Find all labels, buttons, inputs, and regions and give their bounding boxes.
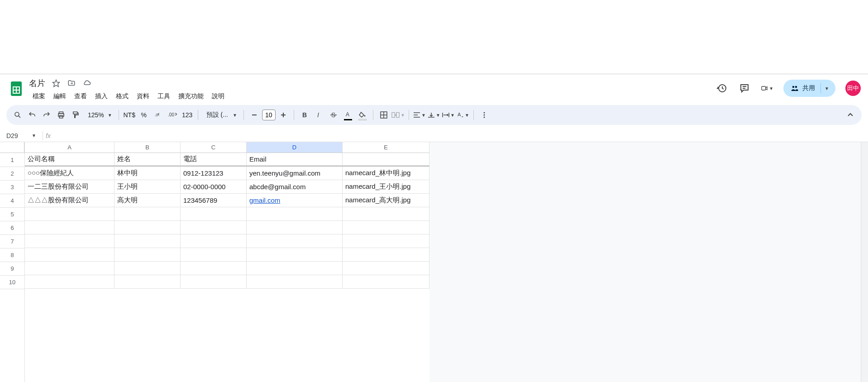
chevron-down-icon[interactable]: ▼ — [825, 86, 829, 91]
menu-file[interactable]: 檔案 — [29, 91, 49, 102]
fill-color-icon[interactable] — [356, 108, 369, 122]
cell[interactable]: namecard_高大明.jpg — [343, 194, 429, 207]
cell[interactable] — [114, 207, 181, 221]
row-header[interactable]: 4 — [0, 194, 24, 208]
cell[interactable]: 123456789 — [181, 194, 247, 207]
borders-icon[interactable] — [377, 108, 391, 122]
cell[interactable] — [25, 207, 114, 221]
cell[interactable] — [114, 234, 181, 248]
formula-input[interactable] — [54, 131, 868, 140]
history-icon[interactable] — [715, 82, 728, 95]
menu-extensions[interactable]: 擴充功能 — [175, 91, 207, 102]
cell[interactable]: 王小明 — [114, 180, 181, 194]
menu-data[interactable]: 資料 — [133, 91, 153, 102]
column-header[interactable]: E — [343, 142, 429, 153]
increase-font-icon[interactable] — [277, 108, 290, 122]
zoom-selector[interactable]: 125% ▼ — [83, 111, 115, 119]
cell[interactable] — [343, 262, 429, 275]
cell[interactable] — [181, 248, 247, 262]
row-header[interactable]: 5 — [0, 208, 24, 221]
cloud-status-icon[interactable] — [82, 79, 91, 88]
cell[interactable] — [343, 207, 429, 221]
cell[interactable] — [181, 262, 247, 275]
menu-format[interactable]: 格式 — [112, 91, 132, 102]
cell[interactable]: yen.teenyu@gmail.com — [247, 167, 343, 180]
italic-icon[interactable]: I — [312, 108, 326, 122]
move-to-folder-icon[interactable] — [67, 79, 76, 88]
cell[interactable] — [247, 207, 343, 221]
select-all-corner[interactable] — [0, 142, 24, 153]
name-box[interactable]: D29 ▼ — [0, 132, 40, 139]
cell[interactable]: 姓名 — [114, 153, 181, 166]
more-formats-button[interactable]: 123 — [181, 108, 194, 122]
vertical-align-icon[interactable]: ▼ — [427, 108, 441, 122]
cell[interactable] — [247, 262, 343, 275]
column-header[interactable]: D — [247, 142, 343, 153]
undo-icon[interactable] — [25, 108, 39, 122]
meet-button[interactable]: ▼ — [761, 82, 773, 95]
font-size-input[interactable] — [262, 110, 276, 120]
menu-tools[interactable]: 工具 — [154, 91, 174, 102]
cell[interactable] — [114, 221, 181, 234]
cell[interactable] — [181, 207, 247, 221]
row-header[interactable]: 9 — [0, 262, 24, 276]
font-family-selector[interactable]: 預設 (... ▼ — [202, 111, 240, 119]
collapse-toolbar-icon[interactable] — [844, 108, 857, 122]
cell[interactable] — [25, 248, 114, 262]
menu-insert[interactable]: 插入 — [91, 91, 111, 102]
cell[interactable] — [247, 248, 343, 262]
vertical-scrollbar[interactable] — [861, 142, 868, 382]
cell[interactable] — [247, 221, 343, 234]
currency-button[interactable]: NT$ — [123, 108, 136, 122]
share-button[interactable]: 共用 ▼ — [783, 80, 835, 97]
cell[interactable] — [25, 262, 114, 275]
cell[interactable]: ○○○保險經紀人 — [25, 167, 114, 180]
column-header[interactable]: C — [181, 142, 247, 153]
cell[interactable]: 林中明 — [114, 167, 181, 180]
cell[interactable] — [25, 275, 114, 289]
cell[interactable] — [181, 221, 247, 234]
cell[interactable] — [181, 234, 247, 248]
cell[interactable] — [25, 221, 114, 234]
row-header[interactable]: 3 — [0, 181, 24, 194]
avatar[interactable]: 田中 — [845, 81, 861, 96]
cell[interactable] — [114, 248, 181, 262]
text-color-icon[interactable]: A — [341, 108, 355, 122]
sheets-logo-icon[interactable] — [7, 80, 25, 98]
bold-icon[interactable]: B — [298, 108, 311, 122]
print-icon[interactable] — [54, 108, 68, 122]
row-header[interactable]: 10 — [0, 276, 24, 289]
cell[interactable] — [343, 248, 429, 262]
comments-icon[interactable] — [738, 82, 751, 95]
menu-help[interactable]: 說明 — [208, 91, 228, 102]
decrease-font-icon[interactable] — [248, 108, 261, 122]
strikethrough-icon[interactable]: S — [327, 108, 340, 122]
cell[interactable]: 02-0000-0000 — [181, 180, 247, 194]
cell[interactable]: 一二三股份有限公司 — [25, 180, 114, 194]
cell[interactable]: △△△股份有限公司 — [25, 194, 114, 207]
cell[interactable] — [343, 153, 429, 166]
cell[interactable]: namecard_林中明.jpg — [343, 167, 429, 180]
text-wrap-icon[interactable]: ▼ — [442, 108, 455, 122]
doc-title[interactable]: 名片 — [29, 78, 45, 89]
row-header[interactable]: 6 — [0, 221, 24, 235]
column-header[interactable]: A — [25, 142, 114, 153]
cell[interactable]: namecard_王小明.jpg — [343, 180, 429, 194]
paint-format-icon[interactable] — [69, 108, 82, 122]
cell-link[interactable]: gmail.com — [249, 196, 280, 204]
redo-icon[interactable] — [40, 108, 53, 122]
horizontal-align-icon[interactable]: ▼ — [413, 108, 426, 122]
more-toolbar-icon[interactable] — [477, 108, 491, 122]
cell[interactable]: gmail.com — [247, 194, 343, 207]
column-header[interactable]: B — [114, 142, 181, 153]
cell[interactable] — [343, 234, 429, 248]
cell[interactable] — [247, 275, 343, 289]
cell[interactable]: 電話 — [181, 153, 247, 166]
merge-cells-icon[interactable]: ▼ — [391, 108, 405, 122]
cell[interactable] — [247, 234, 343, 248]
cell[interactable]: 0912-123123 — [181, 167, 247, 180]
row-header[interactable]: 7 — [0, 235, 24, 248]
cell[interactable] — [181, 275, 247, 289]
percent-button[interactable]: % — [137, 108, 151, 122]
cell[interactable] — [343, 221, 429, 234]
